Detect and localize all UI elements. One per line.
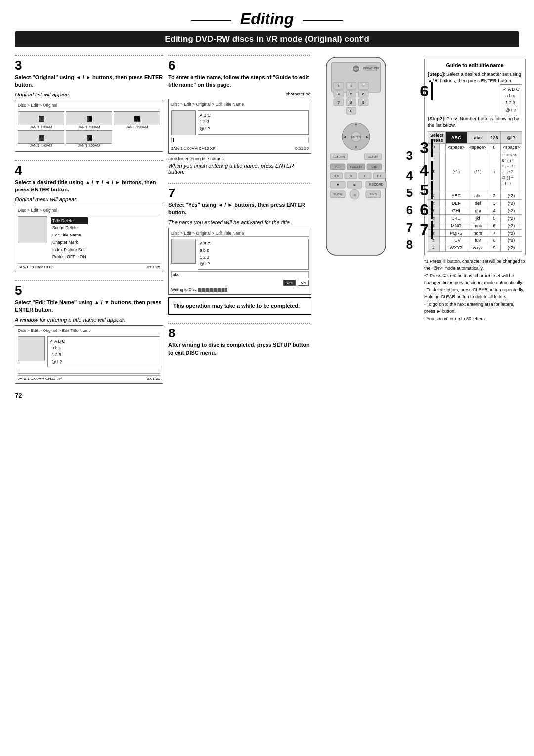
svg-text:4: 4 bbox=[338, 92, 340, 96]
svg-text:7: 7 bbox=[338, 100, 340, 105]
svg-text:■: ■ bbox=[337, 183, 339, 186]
char-row-5: ⑤ JKL jkl 5 (*2) bbox=[428, 215, 522, 222]
step-4-screen: Disc > Edit > Original Title Delete Scen… bbox=[15, 205, 163, 273]
svg-text:ENTER: ENTER bbox=[351, 136, 361, 139]
step-7-number: 7 bbox=[168, 187, 312, 199]
char-row-1: ① (*1) (*1) i ! " # $ %& ' ( ) *+ , - . … bbox=[428, 151, 522, 192]
step-6-screen: Disc > Edit > Original > Edit Title Name… bbox=[168, 99, 312, 154]
step-4-thumb bbox=[18, 216, 47, 243]
step-7-section: 7 Select "Yes" using ◄ / ► buttons, then… bbox=[168, 183, 312, 315]
step-5-heading: Select "Edit Title Name" using ▲ / ▼ but… bbox=[15, 299, 163, 314]
step-3-far-label: 3 bbox=[420, 139, 433, 157]
guide-step2: [Step2]: Press Number buttons following … bbox=[428, 115, 522, 129]
step-3-number: 3 bbox=[15, 59, 163, 72]
svg-text:SLOW: SLOW bbox=[333, 193, 342, 196]
svg-text:9: 9 bbox=[362, 100, 365, 105]
guide-box: Guide to edit title name [Step1]: Select… bbox=[424, 59, 526, 255]
step-7-charbox: A B C a b c 1 2 3 @ ! ? bbox=[198, 239, 309, 270]
svg-text:1: 1 bbox=[338, 84, 340, 88]
svg-text:►: ► bbox=[353, 183, 356, 187]
step-6-input: ▌ bbox=[171, 137, 309, 143]
step-3-screen: Disc > Edit > Original ▦ JAN/1 1:00AM ▦ … bbox=[15, 100, 163, 152]
svg-text:RECORD: RECORD bbox=[369, 183, 383, 186]
step-5-screen-title: Disc > Edit > Original > Edit Title Name bbox=[18, 328, 160, 334]
step-6-char-label: character set bbox=[168, 92, 312, 96]
svg-text:II: II bbox=[354, 193, 356, 197]
guide-step1: [Step1]: Select a desired character set … bbox=[428, 71, 522, 84]
thumb-2: ▦ bbox=[66, 111, 112, 125]
svg-text:SETUP: SETUP bbox=[368, 155, 378, 158]
char-table: SelectPress ABC abc 123 @!? ⊙ < bbox=[428, 131, 522, 252]
page-title: Editing bbox=[15, 10, 519, 28]
col-header-abc2: abc bbox=[467, 131, 489, 143]
step-label-7: 7 bbox=[406, 221, 413, 235]
step-4-subtext: Original menu will appear. bbox=[15, 196, 163, 202]
step-7-thumb bbox=[171, 239, 196, 264]
thumb-3: ▦ bbox=[114, 111, 160, 125]
step-5-number: 5 bbox=[15, 284, 163, 297]
svg-text:5: 5 bbox=[350, 92, 353, 96]
step-5-section: 5 Select "Edit Title Name" using ▲ / ▼ b… bbox=[15, 280, 163, 384]
char-row-7: ⑦ PQRS pqrs 7 (*2) bbox=[428, 230, 522, 237]
step-4-heading: Select a desired title using ▲ / ▼ / ◄ /… bbox=[15, 179, 163, 194]
guide-charbox: ✓ A B C a b c 1 2 3 @ ! ? bbox=[500, 84, 522, 116]
svg-text:RETURN: RETURN bbox=[333, 155, 345, 158]
step-label-5: 5 bbox=[406, 186, 413, 200]
step-6-heading: To enter a title name, follow the steps … bbox=[168, 74, 312, 89]
guide-title: Guide to edit title name bbox=[428, 62, 522, 68]
step-7-screen: Disc > Edit > Original > Edit Title Name… bbox=[168, 228, 312, 295]
step-4-far-label: 4 bbox=[420, 161, 433, 180]
char-row-8: ⑧ TUV tuv 8 (*2) bbox=[428, 237, 522, 244]
col-header-sym: @!? bbox=[500, 131, 522, 143]
step-7-buttons: Yes No bbox=[171, 280, 309, 286]
step-5-charbox: ✓ A B C a b c 1 2 3 @ ! ? bbox=[47, 336, 160, 367]
step-5-subtext: A window for entering a title name will … bbox=[15, 317, 163, 323]
step-label-6: 6 bbox=[406, 203, 413, 217]
step-8-number: 8 bbox=[168, 327, 312, 339]
subtitle-banner: Editing DVD-RW discs in VR mode (Origina… bbox=[15, 31, 519, 47]
remote-svg: ON/OFF OPEN/CLOSE 1 2 3 4 5 6 bbox=[316, 55, 396, 263]
char-row-9: ⑨ WXYZ wxyz 9 (*2) bbox=[428, 244, 522, 252]
step-4-footer: JAN/1 1:00AM CH12 0:01:25 bbox=[18, 263, 160, 269]
svg-text:►: ► bbox=[365, 135, 369, 139]
svg-text:VCR: VCR bbox=[335, 165, 341, 168]
step-5-footer: JAN/ 1 1:00AM CH12 XP 0:01:25 bbox=[18, 375, 160, 381]
step-label-4: 4 bbox=[406, 169, 413, 183]
svg-text:◄: ◄ bbox=[343, 135, 347, 139]
svg-text:FIND: FIND bbox=[370, 193, 377, 196]
step-5-thumb bbox=[18, 336, 45, 361]
step-4-screen-title: Disc > Edit > Original bbox=[18, 208, 160, 214]
step-3-heading: Select "Original" using ◄ / ► buttons, t… bbox=[15, 74, 163, 89]
char-row-6: ⑥ MNO mno 6 (*2) bbox=[428, 222, 522, 230]
step-6-number: 6 bbox=[168, 59, 312, 72]
svg-text:►: ► bbox=[363, 174, 366, 177]
step-8-section: 8 After writing to disc is completed, pr… bbox=[168, 323, 312, 357]
step-label-8: 8 bbox=[406, 238, 413, 252]
step-3-section: 3 Select "Original" using ◄ / ► buttons,… bbox=[15, 55, 163, 152]
step-5-far-label: 5 bbox=[420, 181, 433, 199]
step-7-far-label: 7 bbox=[420, 221, 433, 239]
notes-section: *1 Press ① button, character set will be… bbox=[424, 258, 526, 323]
svg-text:VIDEO/TV: VIDEO/TV bbox=[350, 165, 362, 168]
svg-text:8: 8 bbox=[350, 100, 353, 105]
step-3-subtext: Original list will appear. bbox=[15, 92, 163, 97]
step-3-screen-title: Disc > Edit > Original bbox=[18, 103, 160, 109]
step-6-far-label: 6 bbox=[420, 82, 433, 100]
thumb-1: ▦ bbox=[18, 111, 64, 125]
step-4-number: 4 bbox=[15, 164, 163, 177]
step-3-thumbs: ▦ JAN/1 1:00AM ▦ JAN/1 2:00AM ▦ JAN/1 3:… bbox=[18, 111, 160, 147]
thumb-4: ▦ bbox=[18, 130, 64, 144]
step-7-input: abc bbox=[171, 271, 309, 278]
page-number: 72 bbox=[15, 392, 163, 399]
step-6-section: 6 To enter a title name, follow the step… bbox=[168, 55, 312, 175]
svg-text:3: 3 bbox=[362, 84, 365, 88]
step-6-subtext: When you finish entering a title name, p… bbox=[168, 163, 312, 175]
step-7-heading: Select "Yes" using ◄ / ► buttons, then p… bbox=[168, 201, 312, 217]
svg-text:OPEN/CLOSE: OPEN/CLOSE bbox=[363, 67, 380, 70]
svg-text:0: 0 bbox=[350, 109, 353, 113]
svg-text:◄: ◄ bbox=[349, 174, 352, 177]
svg-text:DVD: DVD bbox=[371, 165, 377, 168]
thumb-5: ▦ bbox=[66, 130, 112, 144]
step-8-heading: After writing to disc is completed, pres… bbox=[168, 341, 312, 357]
col-header-abc: ABC bbox=[445, 131, 467, 143]
